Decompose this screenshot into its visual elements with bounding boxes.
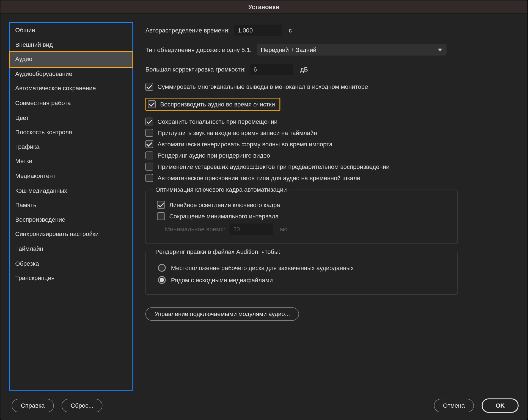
mix-type-label: Тип объединения дорожек в одну 5.1: <box>145 46 252 53</box>
checkbox[interactable] <box>148 100 156 108</box>
audio-panel: Автораспределение времени: с Тип объедин… <box>133 22 519 391</box>
sidebar-item[interactable]: Воспроизведение <box>10 213 132 227</box>
cancel-button[interactable]: Отмена <box>434 399 474 413</box>
checkbox-label: Суммировать многоканальные выводы в моно… <box>158 83 368 90</box>
sidebar-item[interactable]: Цвет <box>10 111 132 125</box>
keyframe-legend: Оптимизация ключевого кадра автоматизаци… <box>153 186 289 193</box>
divider <box>145 301 458 301</box>
next-to-original-radio[interactable] <box>158 276 166 284</box>
sidebar-item[interactable]: Автоматическое сохранение <box>10 81 132 96</box>
sidebar-item[interactable]: Аудио <box>9 51 133 67</box>
next-to-original-label: Рядом с исходными медиафайлами <box>171 276 273 283</box>
window-title: Установки <box>248 3 279 10</box>
scratch-disk-label: Местоположение рабочего диска для захвач… <box>171 264 354 271</box>
checkbox[interactable] <box>145 174 153 182</box>
checkbox[interactable] <box>145 140 153 148</box>
checkbox-label: Автоматически генерировать форму волны в… <box>158 141 332 147</box>
checkbox-label: Сохранить тональность при перемещении <box>158 118 277 125</box>
mix-type-value: Передний + Задний <box>261 46 317 53</box>
scratch-disk-radio[interactable] <box>158 264 166 271</box>
checkbox-row: Сохранить тональность при перемещении <box>145 118 519 125</box>
preferences-window: Установки ОбщиеВнешний видАудиоАудиообор… <box>0 0 528 420</box>
help-button[interactable]: Справка <box>12 399 54 413</box>
sidebar-item[interactable]: Обрезка <box>10 256 132 271</box>
checkbox-label: Автоматическое присвоение тегов типа для… <box>158 174 360 181</box>
min-interval-checkbox[interactable] <box>157 212 165 220</box>
sidebar-item[interactable]: Таймлайн <box>10 242 132 256</box>
sidebar-item[interactable]: Аудиооборудование <box>10 67 132 81</box>
checkbox-label: Рендеринг аудио при рендеринге видео <box>158 152 270 159</box>
checkbox-row: Суммировать многоканальные выводы в моно… <box>145 83 519 90</box>
min-time-input <box>230 224 273 235</box>
mix-type-select[interactable]: Передний + Задний <box>256 44 447 56</box>
sidebar-item[interactable]: Общие <box>10 23 132 38</box>
sidebar-item[interactable]: Транскрипция <box>10 271 132 286</box>
ok-button[interactable]: OK <box>482 399 519 413</box>
linear-thinning-checkbox[interactable] <box>157 201 165 209</box>
reset-button[interactable]: Сброс... <box>62 399 103 413</box>
window-body: ОбщиеВнешний видАудиоАудиооборудованиеАв… <box>1 13 527 394</box>
sidebar-item[interactable]: Метки <box>10 154 132 169</box>
min-interval-label: Сокращение минимального интервала <box>169 213 279 219</box>
checkbox-row: Рендеринг аудио при рендеринге видео <box>145 152 519 159</box>
checkbox[interactable] <box>145 129 153 137</box>
checkbox-list: Суммировать многоканальные выводы в моно… <box>145 83 519 182</box>
sidebar-item[interactable]: Память <box>10 198 132 213</box>
sidebar-item[interactable]: Кэш медиаданных <box>10 183 132 198</box>
auto-time-input[interactable] <box>234 25 282 36</box>
linear-thinning-label: Линейное осветление ключевого кадра <box>169 201 280 208</box>
min-time-label: Минимальное время: <box>165 226 226 233</box>
sidebar-item[interactable]: Плоскость контроля <box>10 125 132 140</box>
checkbox[interactable] <box>145 152 153 159</box>
sidebar-item[interactable]: Графика <box>10 140 132 154</box>
sidebar-item[interactable]: Внешний вид <box>10 38 132 52</box>
auto-time-unit: с <box>289 27 292 34</box>
checkbox-row: Воспроизводить аудио во время очистки <box>145 98 280 111</box>
checkbox[interactable] <box>145 163 153 171</box>
checkbox[interactable] <box>145 83 153 90</box>
audio-plugin-manager-button[interactable]: Управление подключаемыми модулями аудио.… <box>145 307 299 321</box>
sidebar-item[interactable]: Медиаконтент <box>10 169 132 183</box>
titlebar: Установки <box>1 1 527 13</box>
audition-legend: Рендеринг правки в файлах Audition, чтоб… <box>153 248 283 255</box>
checkbox-row: Приглушить звук на входе во время записи… <box>145 129 519 137</box>
keyframe-optimization-group: Оптимизация ключевого кадра автоматизаци… <box>145 186 458 244</box>
large-vol-input[interactable] <box>250 64 293 75</box>
sidebar-item[interactable]: Совместная работа <box>10 96 132 111</box>
checkbox-row: Автоматически генерировать форму волны в… <box>145 140 519 148</box>
large-vol-unit: дБ <box>300 66 308 73</box>
min-time-unit: мс <box>280 226 287 233</box>
auto-time-label: Автораспределение времени: <box>145 27 230 34</box>
sidebar: ОбщиеВнешний видАудиоАудиооборудованиеАв… <box>9 22 133 391</box>
checkbox-label: Воспроизводить аудио во время очистки <box>160 101 275 108</box>
checkbox-label: Приглушить звук на входе во время записи… <box>158 129 317 136</box>
checkbox-row: Применение устаревших аудиоэффектов при … <box>145 163 519 171</box>
checkbox[interactable] <box>145 118 153 125</box>
large-vol-label: Большая корректировка громкости: <box>145 66 246 73</box>
audition-render-group: Рендеринг правки в файлах Audition, чтоб… <box>145 248 458 295</box>
checkbox-row: Автоматическое присвоение тегов типа для… <box>145 174 519 182</box>
chevron-down-icon <box>438 49 442 51</box>
dialog-footer: Справка Сброс... Отмена OK <box>1 394 527 420</box>
checkbox-label: Применение устаревших аудиоэффектов при … <box>158 163 390 170</box>
sidebar-item[interactable]: Синхронизировать настройки <box>10 227 132 242</box>
